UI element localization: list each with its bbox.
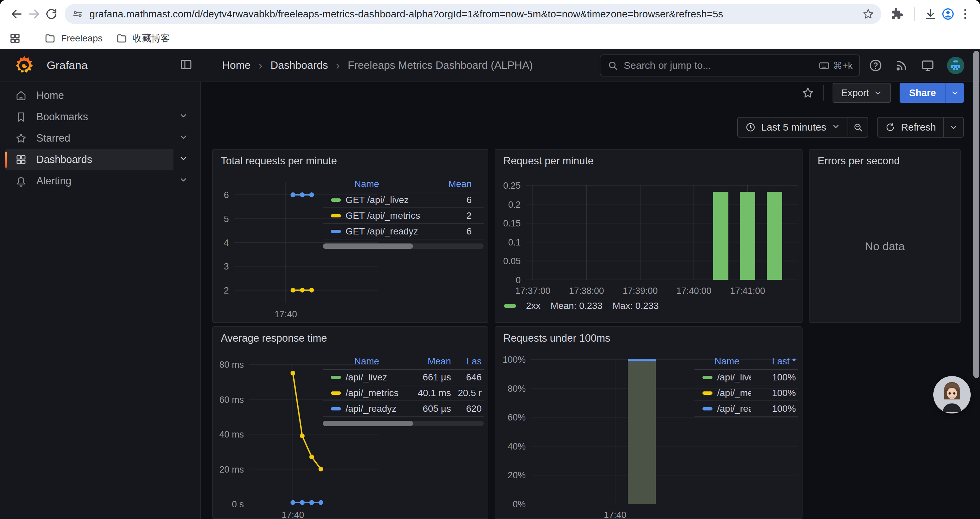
panel-average-response-time[interactable]: Average response time 80 ms60 ms40 ms20 … <box>212 326 488 519</box>
back-button[interactable] <box>8 5 25 23</box>
scrollbar-thumb[interactable] <box>323 421 413 426</box>
user-avatar[interactable] <box>947 56 965 75</box>
bookmark-folder-blogs[interactable]: 收藏博客 <box>110 29 177 48</box>
browser-menu-button[interactable] <box>957 5 974 23</box>
svg-text:17:40: 17:40 <box>275 309 297 319</box>
time-controls: Last 5 minutes Refresh <box>201 115 980 140</box>
legend-row[interactable]: 2xx Mean: 0.233 Max: 0.233 <box>504 300 659 311</box>
reload-button[interactable] <box>43 5 60 23</box>
legend-col-name[interactable]: Name <box>323 179 437 189</box>
series-name[interactable]: GET /api/_readyz <box>345 226 437 237</box>
breadcrumb-dashboards[interactable]: Dashboards <box>270 59 328 72</box>
panel-requests-under-100ms[interactable]: Requests under 100ms 100%80%60%40%20%0%1… <box>495 326 803 519</box>
help-button[interactable] <box>869 58 883 72</box>
sidebar-item-alerting[interactable]: Alerting <box>5 170 191 192</box>
expand-chevron[interactable] <box>179 153 188 166</box>
legend-col-last[interactable]: Las <box>451 356 484 367</box>
monitor-icon <box>921 58 935 72</box>
legend-col-mean[interactable]: Mean <box>437 179 484 189</box>
series-name[interactable]: /api/_readyz <box>717 404 751 414</box>
series-mean: 6 <box>437 226 484 237</box>
forward-button[interactable] <box>25 5 43 23</box>
svg-text:0.05: 0.05 <box>503 256 521 266</box>
page-scrollbar[interactable] <box>973 49 979 519</box>
bookmark-folder-freeleaps[interactable]: Freeleaps <box>38 30 110 47</box>
refresh-interval-button[interactable] <box>944 118 963 137</box>
export-button[interactable]: Export <box>832 83 891 103</box>
apps-grid-icon[interactable] <box>9 32 21 45</box>
panel-title[interactable]: Errors per second <box>818 155 900 167</box>
scrollbar-thumb[interactable] <box>323 243 413 249</box>
legend-row[interactable]: GET /api/_metrics 2 <box>323 208 484 224</box>
address-bar[interactable]: grafana.mathmast.com/d/deytv4rwavabkb/fr… <box>65 4 881 24</box>
sidebar-item-home[interactable]: Home <box>5 85 191 106</box>
legend-row[interactable]: GET /api/_readyz 6 <box>323 224 484 240</box>
screen: grafana.mathmast.com/d/deytv4rwavabkb/fr… <box>0 0 980 519</box>
share-button[interactable]: Share <box>900 83 945 103</box>
legend-col-name[interactable]: Name <box>323 356 407 367</box>
panel-errors-per-second[interactable]: Errors per second No data <box>809 149 961 323</box>
series-last: 100% <box>751 388 798 398</box>
expand-chevron[interactable] <box>179 132 188 144</box>
series-name[interactable]: /api/_livez <box>345 372 407 383</box>
svg-text:80 ms: 80 ms <box>219 360 244 370</box>
zoom-out-button[interactable] <box>848 118 868 137</box>
legend-col-name[interactable]: Name <box>694 356 751 367</box>
legend-row[interactable]: /api/_metrics 100% <box>694 385 798 401</box>
url-text[interactable]: grafana.mathmast.com/d/deytv4rwavabkb/fr… <box>89 8 862 20</box>
panel-request-per-minute[interactable]: Request per minute 0.250.20.150.10.05017… <box>495 149 803 323</box>
tv-mode-button[interactable] <box>921 58 935 72</box>
chevron-down-icon <box>179 111 188 120</box>
keyboard-icon <box>819 60 830 71</box>
mega-menu-toggle[interactable] <box>180 58 193 72</box>
legend-row[interactable]: /api/_livez 661 µs 646 <box>323 370 484 385</box>
assistant-avatar[interactable] <box>933 376 970 414</box>
legend-scrollbar[interactable] <box>323 243 484 249</box>
legend-row[interactable]: /api/_readyz 605 µs 620 <box>323 401 484 417</box>
expand-chevron[interactable] <box>179 111 188 123</box>
sidebar-item-label: Dashboards <box>37 153 92 166</box>
rss-icon <box>895 58 908 72</box>
series-name[interactable]: GET /api/_metrics <box>345 211 437 221</box>
panel-total-requests-per-minute[interactable]: Total requests per minute 6543217:40 Nam… <box>212 149 488 323</box>
series-mean: 2 <box>437 211 484 221</box>
series-color-pill <box>703 407 713 410</box>
scrollbar-thumb[interactable] <box>973 51 979 378</box>
profile-button[interactable] <box>939 5 957 23</box>
svg-text:80%: 80% <box>508 384 526 394</box>
legend-col-mean[interactable]: Mean <box>407 356 451 367</box>
share-menu-button[interactable] <box>946 83 964 103</box>
legend-row[interactable]: GET /api/_livez 6 <box>323 192 484 208</box>
downloads-button[interactable] <box>922 5 939 23</box>
browser-chrome: grafana.mathmast.com/d/deytv4rwavabkb/fr… <box>0 0 980 49</box>
series-name[interactable]: /api/_livez <box>717 372 751 383</box>
extensions-button[interactable] <box>888 5 905 23</box>
legend-scrollbar[interactable] <box>323 421 484 426</box>
sidebar-item-starred[interactable]: Starred <box>5 128 191 149</box>
sidebar-item-dashboards[interactable]: Dashboards <box>5 149 191 170</box>
chevron-down-icon <box>951 88 959 97</box>
grafana-logo[interactable] <box>14 55 35 75</box>
favorite-star-icon[interactable] <box>801 86 815 99</box>
search-input[interactable]: Search or jump to... ⌘+k <box>600 54 860 77</box>
refresh-button[interactable]: Refresh <box>878 118 943 137</box>
svg-text:0.1: 0.1 <box>508 238 521 248</box>
series-name[interactable]: /api/_metrics <box>717 388 751 398</box>
svg-text:6: 6 <box>224 190 229 200</box>
series-name[interactable]: /api/_readyz <box>345 404 407 414</box>
sidebar-item-bookmarks[interactable]: Bookmarks <box>5 106 191 128</box>
time-range-button[interactable]: Last 5 minutes <box>738 118 848 137</box>
expand-chevron[interactable] <box>179 175 188 187</box>
legend-row[interactable]: /api/_metrics 40.1 ms 20.5 r <box>323 385 484 401</box>
series-name[interactable]: /api/_metrics <box>345 388 407 398</box>
news-button[interactable] <box>895 58 908 72</box>
series-mean: 40.1 ms <box>407 388 451 398</box>
series-name[interactable]: 2xx <box>526 300 541 311</box>
bookmark-star-icon[interactable] <box>862 8 875 21</box>
legend-col-last[interactable]: Last * <box>751 356 798 367</box>
breadcrumb-home[interactable]: Home <box>222 59 250 72</box>
legend-row[interactable]: /api/_readyz 100% <box>694 401 798 417</box>
series-name[interactable]: GET /api/_livez <box>345 195 437 205</box>
legend-row[interactable]: /api/_livez 100% <box>694 370 798 385</box>
svg-text:2: 2 <box>224 286 229 295</box>
